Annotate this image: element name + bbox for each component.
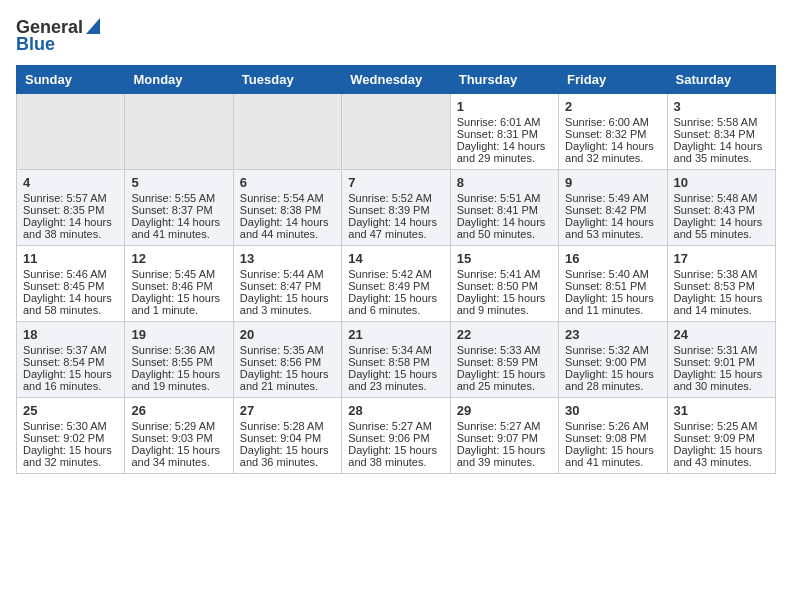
calendar-cell: 13Sunrise: 5:44 AMSunset: 8:47 PMDayligh… <box>233 246 341 322</box>
day-number: 10 <box>674 175 769 190</box>
sunset-text: Sunset: 8:47 PM <box>240 280 335 292</box>
sunrise-text: Sunrise: 5:35 AM <box>240 344 335 356</box>
sunset-text: Sunset: 8:55 PM <box>131 356 226 368</box>
calendar-cell: 25Sunrise: 5:30 AMSunset: 9:02 PMDayligh… <box>17 398 125 474</box>
svg-marker-0 <box>86 18 100 34</box>
calendar-cell: 11Sunrise: 5:46 AMSunset: 8:45 PMDayligh… <box>17 246 125 322</box>
sunrise-text: Sunrise: 5:45 AM <box>131 268 226 280</box>
day-number: 31 <box>674 403 769 418</box>
day-number: 24 <box>674 327 769 342</box>
logo-triangle-icon <box>86 18 100 38</box>
sunset-text: Sunset: 8:59 PM <box>457 356 552 368</box>
daylight-text: Daylight: 15 hours and 25 minutes. <box>457 368 552 392</box>
sunset-text: Sunset: 8:41 PM <box>457 204 552 216</box>
sunset-text: Sunset: 9:09 PM <box>674 432 769 444</box>
day-number: 26 <box>131 403 226 418</box>
calendar-cell: 30Sunrise: 5:26 AMSunset: 9:08 PMDayligh… <box>559 398 667 474</box>
sunset-text: Sunset: 8:45 PM <box>23 280 118 292</box>
sunset-text: Sunset: 9:02 PM <box>23 432 118 444</box>
calendar-cell <box>125 94 233 170</box>
day-number: 16 <box>565 251 660 266</box>
calendar-cell: 15Sunrise: 5:41 AMSunset: 8:50 PMDayligh… <box>450 246 558 322</box>
day-number: 5 <box>131 175 226 190</box>
day-number: 21 <box>348 327 443 342</box>
sunrise-text: Sunrise: 5:38 AM <box>674 268 769 280</box>
daylight-text: Daylight: 15 hours and 9 minutes. <box>457 292 552 316</box>
day-number: 15 <box>457 251 552 266</box>
sunset-text: Sunset: 8:50 PM <box>457 280 552 292</box>
daylight-text: Daylight: 14 hours and 38 minutes. <box>23 216 118 240</box>
calendar-row: 11Sunrise: 5:46 AMSunset: 8:45 PMDayligh… <box>17 246 776 322</box>
logo-blue: Blue <box>16 34 55 55</box>
daylight-text: Daylight: 15 hours and 21 minutes. <box>240 368 335 392</box>
calendar-table: SundayMondayTuesdayWednesdayThursdayFrid… <box>16 65 776 474</box>
sunset-text: Sunset: 8:35 PM <box>23 204 118 216</box>
sunset-text: Sunset: 8:37 PM <box>131 204 226 216</box>
sunrise-text: Sunrise: 5:31 AM <box>674 344 769 356</box>
sunrise-text: Sunrise: 5:37 AM <box>23 344 118 356</box>
weekday-header: Wednesday <box>342 66 450 94</box>
sunrise-text: Sunrise: 5:26 AM <box>565 420 660 432</box>
sunrise-text: Sunrise: 5:46 AM <box>23 268 118 280</box>
sunset-text: Sunset: 8:51 PM <box>565 280 660 292</box>
calendar-cell: 14Sunrise: 5:42 AMSunset: 8:49 PMDayligh… <box>342 246 450 322</box>
sunset-text: Sunset: 8:39 PM <box>348 204 443 216</box>
daylight-text: Daylight: 15 hours and 43 minutes. <box>674 444 769 468</box>
daylight-text: Daylight: 14 hours and 47 minutes. <box>348 216 443 240</box>
calendar-cell: 16Sunrise: 5:40 AMSunset: 8:51 PMDayligh… <box>559 246 667 322</box>
logo: General Blue <box>16 16 100 55</box>
calendar-cell: 20Sunrise: 5:35 AMSunset: 8:56 PMDayligh… <box>233 322 341 398</box>
sunrise-text: Sunrise: 5:29 AM <box>131 420 226 432</box>
sunset-text: Sunset: 8:53 PM <box>674 280 769 292</box>
daylight-text: Daylight: 15 hours and 32 minutes. <box>23 444 118 468</box>
sunset-text: Sunset: 9:01 PM <box>674 356 769 368</box>
daylight-text: Daylight: 14 hours and 53 minutes. <box>565 216 660 240</box>
day-number: 30 <box>565 403 660 418</box>
calendar-cell: 23Sunrise: 5:32 AMSunset: 9:00 PMDayligh… <box>559 322 667 398</box>
calendar-cell: 29Sunrise: 5:27 AMSunset: 9:07 PMDayligh… <box>450 398 558 474</box>
sunset-text: Sunset: 9:00 PM <box>565 356 660 368</box>
day-number: 6 <box>240 175 335 190</box>
day-number: 23 <box>565 327 660 342</box>
day-number: 9 <box>565 175 660 190</box>
day-number: 2 <box>565 99 660 114</box>
day-number: 12 <box>131 251 226 266</box>
day-number: 7 <box>348 175 443 190</box>
day-number: 1 <box>457 99 552 114</box>
sunrise-text: Sunrise: 5:27 AM <box>457 420 552 432</box>
day-number: 14 <box>348 251 443 266</box>
daylight-text: Daylight: 15 hours and 39 minutes. <box>457 444 552 468</box>
calendar-row: 25Sunrise: 5:30 AMSunset: 9:02 PMDayligh… <box>17 398 776 474</box>
calendar-cell: 3Sunrise: 5:58 AMSunset: 8:34 PMDaylight… <box>667 94 775 170</box>
daylight-text: Daylight: 15 hours and 38 minutes. <box>348 444 443 468</box>
day-number: 20 <box>240 327 335 342</box>
daylight-text: Daylight: 15 hours and 23 minutes. <box>348 368 443 392</box>
calendar-cell: 2Sunrise: 6:00 AMSunset: 8:32 PMDaylight… <box>559 94 667 170</box>
sunrise-text: Sunrise: 5:42 AM <box>348 268 443 280</box>
sunrise-text: Sunrise: 5:58 AM <box>674 116 769 128</box>
calendar-cell: 31Sunrise: 5:25 AMSunset: 9:09 PMDayligh… <box>667 398 775 474</box>
sunrise-text: Sunrise: 5:55 AM <box>131 192 226 204</box>
day-number: 27 <box>240 403 335 418</box>
calendar-cell: 7Sunrise: 5:52 AMSunset: 8:39 PMDaylight… <box>342 170 450 246</box>
calendar-cell: 4Sunrise: 5:57 AMSunset: 8:35 PMDaylight… <box>17 170 125 246</box>
calendar-cell: 18Sunrise: 5:37 AMSunset: 8:54 PMDayligh… <box>17 322 125 398</box>
day-number: 17 <box>674 251 769 266</box>
sunset-text: Sunset: 8:56 PM <box>240 356 335 368</box>
sunrise-text: Sunrise: 5:28 AM <box>240 420 335 432</box>
calendar-cell: 26Sunrise: 5:29 AMSunset: 9:03 PMDayligh… <box>125 398 233 474</box>
daylight-text: Daylight: 14 hours and 44 minutes. <box>240 216 335 240</box>
calendar-header-row: SundayMondayTuesdayWednesdayThursdayFrid… <box>17 66 776 94</box>
calendar-row: 18Sunrise: 5:37 AMSunset: 8:54 PMDayligh… <box>17 322 776 398</box>
day-number: 19 <box>131 327 226 342</box>
daylight-text: Daylight: 14 hours and 55 minutes. <box>674 216 769 240</box>
calendar-cell: 12Sunrise: 5:45 AMSunset: 8:46 PMDayligh… <box>125 246 233 322</box>
daylight-text: Daylight: 15 hours and 41 minutes. <box>565 444 660 468</box>
weekday-header: Sunday <box>17 66 125 94</box>
daylight-text: Daylight: 15 hours and 6 minutes. <box>348 292 443 316</box>
calendar-cell: 24Sunrise: 5:31 AMSunset: 9:01 PMDayligh… <box>667 322 775 398</box>
calendar-cell: 27Sunrise: 5:28 AMSunset: 9:04 PMDayligh… <box>233 398 341 474</box>
calendar-cell: 19Sunrise: 5:36 AMSunset: 8:55 PMDayligh… <box>125 322 233 398</box>
sunrise-text: Sunrise: 5:41 AM <box>457 268 552 280</box>
daylight-text: Daylight: 15 hours and 36 minutes. <box>240 444 335 468</box>
